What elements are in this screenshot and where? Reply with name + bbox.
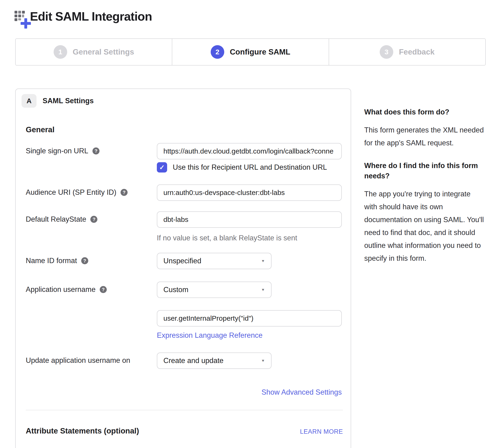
name-id-format-select[interactable]: Unspecified ▼: [157, 253, 272, 269]
update-app-username-value: Create and update: [163, 356, 224, 365]
step-3-label: Feedback: [399, 48, 435, 56]
expression-language-reference-link[interactable]: Expression Language Reference: [157, 331, 263, 340]
field-row-relay-state: Default RelayState ? If no value is set,…: [26, 211, 343, 242]
sso-url-input[interactable]: [157, 143, 342, 160]
relay-state-input[interactable]: [157, 211, 342, 228]
section-title: SAML Settings: [43, 97, 94, 105]
checkmark-icon: ✓: [159, 164, 164, 171]
name-id-format-label-text: Name ID format: [26, 256, 77, 265]
recipient-url-checkbox[interactable]: ✓: [157, 162, 167, 173]
saml-settings-panel: A SAML Settings General Single sign-on U…: [15, 88, 351, 448]
recipient-url-checkbox-row: ✓ Use this for Recipient URL and Destina…: [157, 162, 343, 173]
general-heading: General: [26, 125, 343, 134]
help-icon[interactable]: ?: [100, 286, 107, 293]
sidebar-section-where: Where do I find the info this form needs…: [364, 160, 485, 265]
help-icon[interactable]: ?: [81, 257, 88, 264]
sso-url-label-text: Single sign-on URL: [26, 146, 88, 156]
update-app-username-select[interactable]: Create and update ▼: [157, 352, 272, 369]
audience-uri-label: Audience URI (SP Entity ID) ?: [26, 184, 157, 197]
step-feedback[interactable]: 3 Feedback: [329, 39, 485, 65]
sso-url-label: Single sign-on URL ?: [26, 143, 157, 156]
step-2-circle: 2: [211, 45, 224, 59]
attribute-statements-header: Attribute Statements (optional) LEARN MO…: [26, 427, 343, 435]
step-1-circle: 1: [54, 45, 67, 59]
plus-icon: [21, 18, 31, 29]
chevron-down-icon: ▼: [261, 359, 265, 363]
attribute-statements-heading: Attribute Statements (optional): [26, 427, 139, 435]
step-3-circle: 3: [380, 45, 393, 59]
help-icon[interactable]: ?: [90, 216, 97, 223]
field-row-update-app-username: Update application username on Create an…: [26, 352, 343, 369]
edit-saml-integration-page: Edit SAML Integration 1 General Settings…: [0, 0, 500, 448]
name-id-format-label: Name ID format ?: [26, 253, 157, 265]
sidebar-heading: Where do I find the info this form needs…: [364, 160, 485, 181]
app-username-custom-input[interactable]: [157, 310, 342, 326]
app-username-value: Custom: [163, 286, 188, 294]
relay-state-label: Default RelayState ?: [26, 211, 157, 224]
field-row-name-id-format: Name ID format ? Unspecified ▼: [26, 253, 343, 269]
relay-state-label-text: Default RelayState: [26, 215, 86, 224]
chevron-down-icon: ▼: [261, 288, 265, 292]
page-header: Edit SAML Integration: [0, 0, 500, 29]
field-row-sso-url: Single sign-on URL ? ✓ Use this for Reci…: [26, 143, 343, 173]
help-sidebar: What does this form do? This form genera…: [364, 88, 485, 265]
help-icon[interactable]: ?: [121, 189, 128, 196]
panel-header: A SAML Settings: [21, 94, 343, 108]
step-configure-saml[interactable]: 2 Configure SAML: [172, 39, 329, 65]
section-divider: [26, 410, 343, 410]
advanced-settings-row: Show Advanced Settings: [26, 388, 343, 397]
step-general-settings[interactable]: 1 General Settings: [16, 39, 172, 65]
update-app-username-label: Update application username on: [26, 352, 157, 365]
app-username-label-text: Application username: [26, 285, 96, 294]
section-a-badge: A: [21, 94, 36, 108]
app-grid-plus-icon: [15, 11, 30, 29]
step-2-label: Configure SAML: [230, 48, 290, 56]
name-id-format-value: Unspecified: [163, 257, 201, 265]
relay-state-hint: If no value is set, a blank RelayState i…: [157, 234, 343, 242]
sidebar-heading: What does this form do?: [364, 107, 485, 117]
field-row-app-username: Application username ? Custom ▼ Expressi…: [26, 282, 343, 340]
recipient-url-checkbox-label: Use this for Recipient URL and Destinati…: [173, 163, 327, 172]
step-1-label: General Settings: [73, 48, 134, 56]
wizard-stepper: 1 General Settings 2 Configure SAML 3 Fe…: [15, 38, 486, 65]
audience-uri-label-text: Audience URI (SP Entity ID): [26, 188, 116, 197]
field-row-audience-uri: Audience URI (SP Entity ID) ?: [26, 184, 343, 201]
sidebar-body: This form generates the XML needed for t…: [364, 124, 485, 149]
learn-more-link[interactable]: LEARN MORE: [300, 428, 343, 435]
audience-uri-input[interactable]: [157, 184, 342, 201]
content-area: A SAML Settings General Single sign-on U…: [15, 88, 486, 448]
show-advanced-settings-link[interactable]: Show Advanced Settings: [261, 388, 342, 396]
chevron-down-icon: ▼: [261, 259, 265, 263]
help-icon[interactable]: ?: [93, 147, 99, 155]
app-username-select[interactable]: Custom ▼: [157, 282, 272, 298]
sidebar-section-what: What does this form do? This form genera…: [364, 107, 485, 149]
app-username-label: Application username ?: [26, 282, 157, 294]
page-title: Edit SAML Integration: [30, 8, 152, 25]
update-app-username-label-text: Update application username on: [26, 356, 130, 365]
sidebar-body: The app you're trying to integrate with …: [364, 188, 485, 265]
